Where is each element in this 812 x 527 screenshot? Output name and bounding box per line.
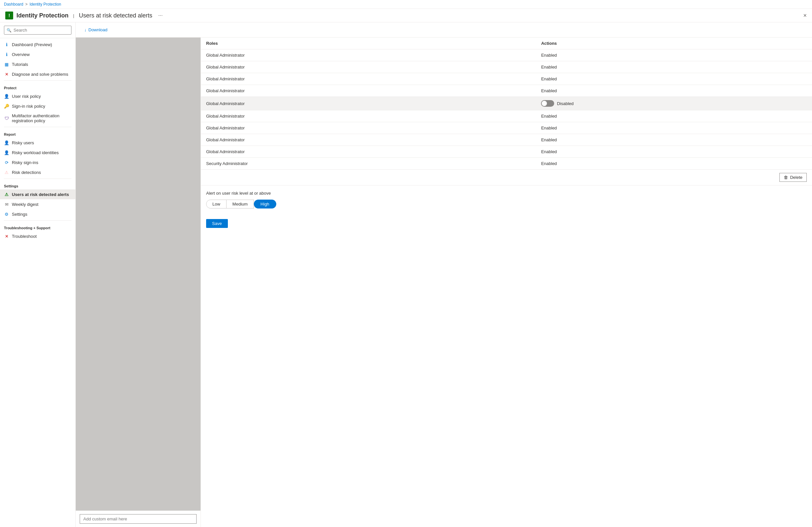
sidebar-item-label: Weekly digest [12, 202, 39, 207]
table-row: Global AdministratorDisabled [201, 97, 812, 110]
action-cell: Enabled [536, 134, 812, 146]
sidebar-item-user-risk-policy[interactable]: 👤 User risk policy [0, 91, 75, 101]
header-subtitle: Users at risk detected alerts [79, 12, 152, 19]
column-header-actions: Actions [536, 38, 812, 49]
sidebar-section-report: Report [0, 128, 75, 138]
role-cell: Global Administrator [201, 97, 536, 110]
sidebar-item-sign-in-risk-policy[interactable]: 🔑 Sign-in risk policy [0, 101, 75, 111]
risk-buttons-group: LowMediumHigh [206, 200, 807, 209]
action-cell[interactable]: Disabled [536, 97, 812, 110]
custom-email-input[interactable] [80, 514, 197, 524]
sidebar-item-tutorials[interactable]: ▦ Tutorials [0, 59, 75, 69]
role-cell: Global Administrator [201, 146, 536, 158]
table-row: Global AdministratorEnabled [201, 110, 812, 122]
exclamation-icon: ⚠ [4, 192, 9, 197]
wrench2-icon: ✕ [4, 233, 9, 239]
left-panel [76, 38, 201, 527]
table-row: Global AdministratorEnabled [201, 49, 812, 61]
sidebar-item-label: Sign-in risk policy [12, 104, 45, 109]
toggle-knob [542, 101, 547, 106]
sidebar-item-risky-sign-ins[interactable]: ⟳ Risky sign-ins [0, 157, 75, 167]
sidebar-divider-protect [4, 80, 71, 81]
search-input[interactable] [4, 26, 71, 34]
action-cell: Enabled [536, 122, 812, 134]
breadcrumb-separator: > [25, 2, 28, 6]
sidebar-item-risky-workload[interactable]: 👤 Risky workload identities [0, 147, 75, 157]
breadcrumb-parent[interactable]: Dashboard [4, 2, 24, 6]
split-panel: Roles Actions Global AdministratorEnable… [76, 38, 812, 527]
warning-icon: ⚠ [4, 170, 9, 175]
sidebar-item-label: Settings [12, 212, 27, 217]
table-row: Global AdministratorEnabled [201, 146, 812, 158]
sidebar-item-overview[interactable]: ℹ Overview [0, 49, 75, 59]
role-cell: Global Administrator [201, 73, 536, 85]
action-cell: Enabled [536, 110, 812, 122]
sidebar-search-container: 🔍 [0, 23, 75, 38]
sidebar-item-label: Risky users [12, 140, 34, 145]
sidebar-item-risk-detections[interactable]: ⚠ Risk detections [0, 167, 75, 177]
breadcrumb-current: Identity Protection [30, 2, 61, 6]
sidebar: 🔍 ℹ Dashboard (Preview) ℹ Overview ▦ Tut… [0, 23, 76, 527]
sidebar-scroll: ℹ Dashboard (Preview) ℹ Overview ▦ Tutor… [0, 38, 75, 527]
delete-button[interactable]: 🗑 Delete [779, 173, 807, 182]
sidebar-item-dashboard[interactable]: ℹ Dashboard (Preview) [0, 40, 75, 49]
action-cell: Enabled [536, 158, 812, 170]
key-icon: 🔑 [4, 103, 9, 109]
table-row: Global AdministratorEnabled [201, 134, 812, 146]
save-button[interactable]: Save [206, 219, 228, 228]
action-cell: Enabled [536, 85, 812, 97]
risk-level-btn-medium[interactable]: Medium [227, 200, 254, 209]
user-icon: 👤 [4, 94, 9, 99]
sidebar-item-risky-users[interactable]: 👤 Risky users [0, 138, 75, 147]
risk-section-label: Alert on user risk level at or above [206, 191, 807, 196]
sidebar-item-diagnose[interactable]: ✕ Diagnose and solve problems [0, 69, 75, 79]
header-more-button[interactable]: ··· [158, 13, 163, 18]
sidebar-item-mfa-policy[interactable]: 🛡 Multifactor authentication registratio… [0, 111, 75, 126]
download-icon: ↓ [84, 27, 87, 32]
role-cell: Global Administrator [201, 110, 536, 122]
book-icon: ▦ [4, 61, 9, 67]
sidebar-item-weekly-digest[interactable]: ✉ Weekly digest [0, 199, 75, 209]
sidebar-section-settings: Settings [0, 180, 75, 189]
header-icon: ! [5, 12, 13, 19]
sidebar-item-label: Risky sign-ins [12, 160, 38, 165]
table-row: Global AdministratorEnabled [201, 61, 812, 73]
content-toolbar: ↓ Download [76, 23, 812, 38]
role-cell: Global Administrator [201, 49, 536, 61]
sidebar-item-label: Dashboard (Preview) [12, 42, 52, 47]
mail-icon: ✉ [4, 202, 9, 207]
info-icon-2: ℹ [4, 52, 9, 57]
sidebar-section-troubleshooting: Troubleshooting + Support [0, 222, 75, 231]
risk-level-btn-low[interactable]: Low [206, 200, 227, 209]
wrench-icon: ✕ [4, 71, 9, 77]
content-area: ↓ Download R [76, 23, 812, 527]
table-row: Global AdministratorEnabled [201, 73, 812, 85]
delete-icon: 🗑 [784, 175, 788, 180]
risk-level-btn-high[interactable]: High [254, 200, 276, 209]
gear-icon: ⚙ [4, 212, 9, 217]
sign-in-icon: ⟳ [4, 160, 9, 165]
header-close-button[interactable]: × [803, 12, 807, 19]
toggle-switch[interactable] [541, 100, 554, 107]
delete-label: Delete [790, 175, 802, 180]
shield-icon: 🛡 [4, 116, 9, 121]
risk-section: Alert on user risk level at or above Low… [201, 185, 812, 214]
header-title: Identity Protection [16, 12, 69, 19]
sidebar-item-label: User risk policy [12, 94, 41, 99]
sidebar-item-label: Multifactor authentication registration … [12, 113, 71, 123]
sidebar-item-settings[interactable]: ⚙ Settings [0, 209, 75, 219]
action-cell: Enabled [536, 61, 812, 73]
download-label: Download [89, 27, 108, 32]
roles-table: Roles Actions Global AdministratorEnable… [201, 38, 812, 169]
breadcrumb: Dashboard > Identity Protection [0, 0, 812, 9]
sidebar-item-troubleshoot[interactable]: ✕ Troubleshoot [0, 231, 75, 241]
user-alert-icon: 👤 [4, 140, 9, 145]
delete-button-container: 🗑 Delete [201, 169, 812, 185]
user-alert2-icon: 👤 [4, 150, 9, 155]
download-button[interactable]: ↓ Download [81, 26, 111, 34]
sidebar-item-label: Users at risk detected alerts [12, 192, 69, 197]
toggle-container: Disabled [541, 100, 807, 107]
info-icon: ℹ [4, 42, 9, 47]
sidebar-item-users-at-risk-alerts[interactable]: ⚠ Users at risk detected alerts [0, 189, 75, 199]
sidebar-item-label: Diagnose and solve problems [12, 72, 68, 77]
